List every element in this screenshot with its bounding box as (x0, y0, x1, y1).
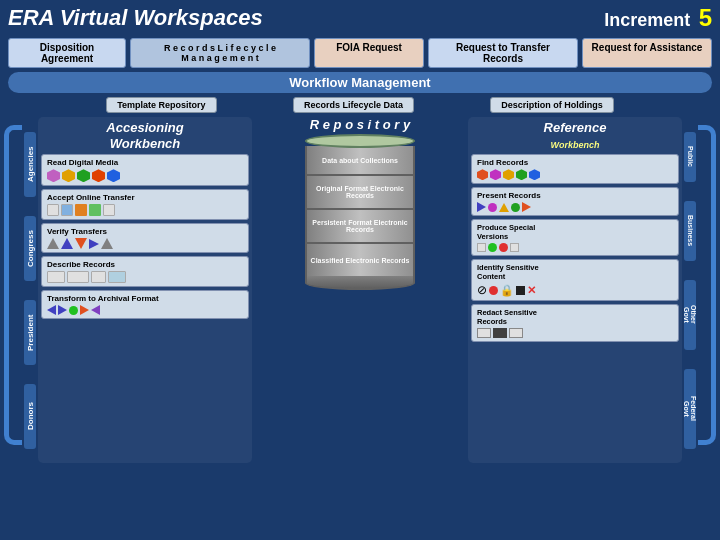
read-digital-section: Read Digital Media (41, 154, 249, 186)
find-hex1 (477, 169, 488, 180)
circle-green (69, 306, 78, 315)
cyl-body-4: Classified Electronic Records (305, 244, 415, 276)
identify-sensitive-section: Identify SensitiveContent ⊘ 🔒 ✕ (471, 259, 679, 301)
accept-online-section: Accept Online Transfer (41, 189, 249, 220)
cyl-top-ellipse (305, 134, 415, 148)
repository-header: R e p o s i t o r y (310, 117, 410, 132)
right-side-labels: Public Business OtherGovt FederalGovt (684, 117, 716, 463)
icon4 (92, 169, 105, 182)
desc-sq1 (47, 271, 65, 283)
redact-sq2 (509, 328, 523, 338)
redact-sq1 (477, 328, 491, 338)
prod-sq1 (477, 243, 486, 252)
lifecycle-box: R e c o r d s L i f e c y c l e M a n a … (130, 38, 310, 68)
increment-label: Increment 5 (604, 4, 712, 32)
tri-blue (61, 238, 73, 249)
foia-box: FOIA Request (314, 38, 424, 68)
desc-sq3 (91, 271, 106, 283)
left-side-labels: Agencies Congress President Donors (4, 117, 36, 463)
content-area: Agencies Congress President Donors Acces… (0, 115, 720, 465)
transform-section: Transform to Archival Format (41, 290, 249, 319)
verify-transfers-section: Verify Transfers (41, 223, 249, 253)
accesioning-col: AccesioningWorkbench Read Digital Media … (38, 117, 252, 463)
produce-special-section: Produce SpecialVersions (471, 219, 679, 256)
pres-arr2 (522, 202, 531, 212)
tri-red (75, 238, 87, 249)
pres-arr1 (477, 202, 486, 212)
find-hex3 (503, 169, 514, 180)
lifecycle-data-box: Records Lifecycle Data (293, 97, 414, 113)
template-repo-box: Template Repository (106, 97, 216, 113)
cyl-body-3: Persistent Format Electronic Records (305, 210, 415, 242)
redact-sensitive-section: Redact SensitiveRecords (471, 304, 679, 342)
workflow-bar: Workflow Management (8, 72, 712, 93)
prod-cir1 (488, 243, 497, 252)
icon-sq1 (47, 204, 59, 216)
business-label: Business (684, 201, 696, 261)
arr-orange (80, 305, 89, 315)
desc-sq4 (108, 271, 126, 283)
header: ERA Virtual Workspaces Increment 5 (0, 0, 720, 36)
tri-gray (47, 238, 59, 249)
president-label: President (24, 300, 36, 365)
reference-header: ReferenceWorkbench (471, 120, 679, 151)
arr-blue (89, 239, 99, 249)
redact-blk (493, 328, 507, 338)
top-bar: Disposition Agreement R e c o r d s L i … (0, 36, 720, 70)
pres-tri1 (499, 203, 509, 212)
icon-sq4 (89, 204, 101, 216)
disposition-box: Disposition Agreement (8, 38, 126, 68)
tri-gray2 (101, 238, 113, 249)
arr-right (58, 305, 67, 315)
cyl-body-1: Data about Collections (305, 146, 415, 174)
congress-label: Congress (24, 216, 36, 281)
icon3 (77, 169, 90, 182)
icon-sq5 (103, 204, 115, 216)
repository-col: R e p o s i t o r y Data about Collectio… (256, 117, 464, 463)
find-hex2 (490, 169, 501, 180)
iden-red (489, 286, 498, 295)
icon2 (62, 169, 75, 182)
assistance-box: Request for Assistance (582, 38, 712, 68)
desc-sq2 (67, 271, 89, 283)
present-records-section[interactable]: Present Records (471, 187, 679, 216)
arr-purple (91, 305, 100, 315)
three-cols: AccesioningWorkbench Read Digital Media … (36, 117, 684, 463)
app-title: ERA Virtual Workspaces (8, 5, 263, 31)
transfer-box: Request to Transfer Records (428, 38, 578, 68)
sub-headers: Template Repository Records Lifecycle Da… (8, 95, 712, 115)
find-hex5 (529, 169, 540, 180)
icon-sq2 (61, 204, 73, 216)
cylinder-top: Data about Collections Original Format E… (305, 134, 415, 290)
donors-label: Donors (24, 384, 36, 449)
icon-sq3 (75, 204, 87, 216)
cyl-body-2: Original Format Electronic Records (305, 176, 415, 208)
accesioning-header: AccesioningWorkbench (41, 120, 249, 151)
icon1 (47, 169, 60, 182)
agencies-label: Agencies (24, 132, 36, 197)
description-box: Description of Holdings (490, 97, 614, 113)
iden-blk (516, 286, 525, 295)
arr-left (47, 305, 56, 315)
icon5 (107, 169, 120, 182)
lock-icon: 🔒 (500, 284, 514, 297)
cyl-bottom (305, 276, 415, 290)
other-govt-label: OtherGovt (684, 280, 696, 350)
public-label: Public (684, 132, 696, 182)
describe-records-section: Describe Records (41, 256, 249, 287)
pres-cir1 (488, 203, 497, 212)
find-hex4 (516, 169, 527, 180)
reference-col: ReferenceWorkbench Find Records Present … (468, 117, 682, 463)
main-container: ERA Virtual Workspaces Increment 5 Dispo… (0, 0, 720, 540)
x-icon: ✕ (527, 284, 536, 297)
no-icon: ⊘ (477, 283, 487, 297)
prod-sq2 (510, 243, 519, 252)
federal-govt-label: FederalGovt (684, 369, 696, 449)
prod-cir2 (499, 243, 508, 252)
find-records-section[interactable]: Find Records (471, 154, 679, 184)
pres-cir2 (511, 203, 520, 212)
